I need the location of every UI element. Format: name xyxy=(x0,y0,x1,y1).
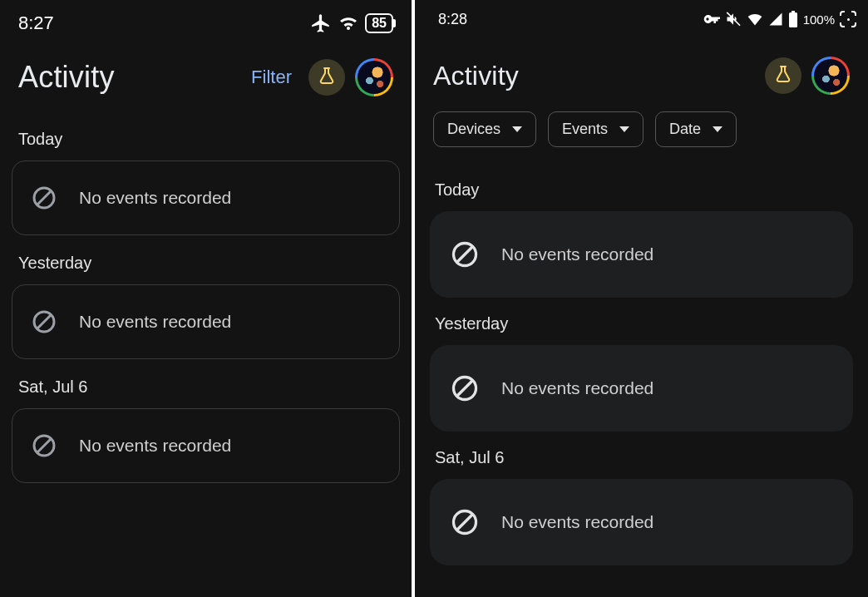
section-label: Yesterday xyxy=(435,314,848,333)
filter-chips: Devices Events Date xyxy=(415,106,868,154)
status-time: 8:28 xyxy=(438,11,467,28)
svg-line-9 xyxy=(457,247,472,262)
svg-line-5 xyxy=(37,439,51,452)
battery-indicator: 85 xyxy=(365,13,393,33)
event-card: No events recorded xyxy=(430,211,853,298)
no-events-icon xyxy=(31,185,57,211)
account-avatar[interactable] xyxy=(811,57,850,95)
event-message: No events recorded xyxy=(79,312,231,332)
flask-icon xyxy=(773,64,793,87)
activity-sections: Today No events recorded Yesterday No ev… xyxy=(415,154,868,565)
fullscreen-icon xyxy=(840,11,856,27)
event-message: No events recorded xyxy=(79,188,231,208)
chip-events[interactable]: Events xyxy=(548,111,644,147)
status-bar: 8:27 85 xyxy=(0,0,412,47)
screenshot-right: 8:28 100% Activity xyxy=(415,0,868,597)
section-label: Yesterday xyxy=(18,254,393,273)
svg-line-3 xyxy=(37,315,51,328)
status-icons: 85 xyxy=(310,12,393,34)
battery-percent: 100% xyxy=(803,12,835,27)
labs-button[interactable] xyxy=(765,57,801,94)
event-card: No events recorded xyxy=(12,284,400,359)
no-events-icon xyxy=(450,239,480,269)
event-card: No events recorded xyxy=(12,160,400,235)
wifi-icon xyxy=(338,13,358,33)
status-bar: 8:28 100% xyxy=(415,0,868,38)
section-label: Sat, Jul 6 xyxy=(435,448,848,467)
event-card: No events recorded xyxy=(430,345,853,432)
page-title: Activity xyxy=(18,60,115,95)
chevron-down-icon xyxy=(512,126,522,132)
event-card: No events recorded xyxy=(430,479,853,565)
svg-rect-6 xyxy=(789,12,797,27)
no-events-icon xyxy=(31,432,57,459)
account-avatar[interactable] xyxy=(355,58,393,96)
chip-label: Devices xyxy=(447,121,501,138)
event-message: No events recorded xyxy=(501,378,653,398)
signal-icon xyxy=(768,12,783,27)
section-label: Sat, Jul 6 xyxy=(18,377,393,397)
section-label: Today xyxy=(18,130,393,149)
event-message: No events recorded xyxy=(79,436,231,456)
event-card: No events recorded xyxy=(12,408,400,483)
chip-label: Date xyxy=(669,121,701,138)
chip-label: Events xyxy=(562,121,608,138)
airplane-mode-icon xyxy=(310,12,332,34)
no-events-icon xyxy=(450,373,480,403)
filter-link[interactable]: Filter xyxy=(251,67,292,88)
labs-button[interactable] xyxy=(308,59,345,96)
chip-devices[interactable]: Devices xyxy=(433,111,536,147)
chevron-down-icon xyxy=(619,126,629,132)
event-message: No events recorded xyxy=(501,244,653,264)
svg-line-11 xyxy=(457,381,472,396)
vpn-key-icon xyxy=(703,11,720,27)
svg-rect-7 xyxy=(792,11,795,12)
no-events-icon xyxy=(31,308,57,335)
status-icons: 100% xyxy=(703,11,856,27)
mute-icon xyxy=(725,11,742,27)
page-title: Activity xyxy=(433,61,519,91)
svg-line-13 xyxy=(457,515,472,530)
app-header: Activity Filter xyxy=(0,47,412,105)
battery-icon xyxy=(788,11,798,27)
section-label: Today xyxy=(435,180,848,200)
activity-sections: Today No events recorded Yesterday No ev… xyxy=(0,105,412,483)
chip-date[interactable]: Date xyxy=(655,111,737,147)
status-time: 8:27 xyxy=(18,12,54,34)
svg-line-1 xyxy=(37,191,51,205)
event-message: No events recorded xyxy=(501,512,653,532)
flask-icon xyxy=(317,66,337,89)
app-header: Activity xyxy=(415,38,868,106)
no-events-icon xyxy=(450,507,480,537)
wifi-icon xyxy=(747,11,763,27)
screenshot-left: 8:27 85 Activity Filter Today No ev xyxy=(0,0,412,597)
chevron-down-icon xyxy=(713,126,723,132)
